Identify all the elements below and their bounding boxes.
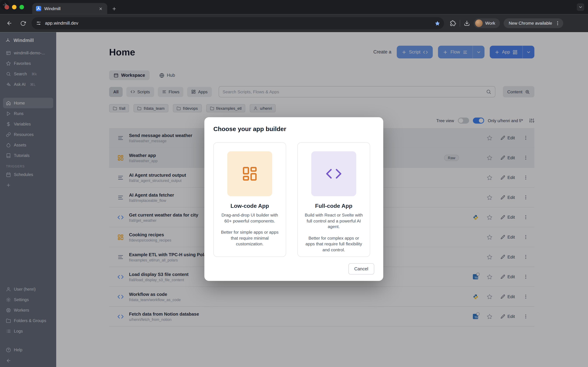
create-flow-button[interactable]: Flow: [438, 46, 484, 58]
browser-tab[interactable]: Windmill: [32, 3, 107, 14]
sidebar-item-help[interactable]: Help: [3, 344, 53, 355]
filter-apps[interactable]: Apps: [187, 87, 212, 97]
list-item[interactable]: Workflow as code f/data_team/workflow_as…: [109, 287, 535, 307]
row-menu-kebab-icon[interactable]: [523, 155, 528, 160]
content-search-button[interactable]: Content: [503, 86, 535, 97]
favorite-star-icon[interactable]: [487, 294, 493, 299]
search-input[interactable]: [223, 90, 483, 94]
bookmark-star-icon[interactable]: [435, 20, 440, 26]
edit-button[interactable]: Edit: [501, 235, 515, 239]
favorite-star-icon[interactable]: [487, 254, 493, 260]
edit-button[interactable]: Edit: [501, 215, 515, 219]
row-menu-kebab-icon[interactable]: [523, 175, 528, 180]
sidebar-item-assets[interactable]: Assets: [3, 140, 53, 150]
favorite-star-icon[interactable]: [487, 274, 493, 280]
filter-flows[interactable]: Flows: [158, 87, 183, 97]
item-title: Send message about weather: [129, 133, 192, 138]
row-menu-kebab-icon[interactable]: [523, 195, 528, 200]
profile-button[interactable]: Work: [474, 18, 500, 28]
folder-chip-f-examples-etl[interactable]: f/examples_etl: [206, 104, 245, 112]
sidebar-item-folders-groups[interactable]: Folders & Groups: [3, 315, 53, 326]
favorite-star-icon[interactable]: [487, 155, 493, 160]
only-owner-toggle[interactable]: [473, 118, 484, 124]
folder-chip-f-devops[interactable]: f/devops: [173, 104, 201, 112]
row-menu-kebab-icon[interactable]: [523, 234, 528, 240]
download-icon[interactable]: [464, 20, 470, 26]
toolbar-divider: [460, 20, 460, 27]
fullcode-option-card[interactable]: Full-code App Build with React or Svelte…: [297, 142, 370, 257]
tab-close-icon[interactable]: [97, 5, 104, 12]
sidebar-item-user-label: User (henri): [14, 287, 35, 291]
workspace-switcher[interactable]: windmill-demo-...: [3, 48, 53, 58]
create-flow-dropdown-button[interactable]: [472, 46, 484, 58]
sidebar-item-schedules[interactable]: Schedules: [3, 169, 53, 180]
edit-button[interactable]: Edit: [501, 175, 515, 180]
filter-settings-icon[interactable]: [529, 118, 535, 123]
arrow-left-icon: [6, 358, 11, 363]
sidebar-item-tutorials[interactable]: Tutorials: [3, 150, 53, 161]
favorite-star-icon[interactable]: [487, 214, 493, 220]
row-menu-kebab-icon[interactable]: [523, 274, 528, 279]
edit-button[interactable]: Edit: [501, 136, 515, 140]
maximize-window-button[interactable]: [19, 5, 24, 9]
favorite-star-icon[interactable]: [487, 175, 493, 180]
site-info-icon[interactable]: [36, 21, 41, 26]
tab-workspace[interactable]: Workspace: [109, 70, 150, 80]
back-button[interactable]: [5, 18, 14, 28]
create-app-button[interactable]: App: [490, 46, 535, 58]
sidebar-add-trigger-button[interactable]: [3, 180, 53, 190]
row-menu-kebab-icon[interactable]: [523, 314, 528, 319]
row-menu-kebab-icon[interactable]: [523, 254, 528, 259]
create-script-button[interactable]: Script: [397, 46, 433, 58]
tree-view-toggle[interactable]: [458, 118, 469, 124]
favorite-star-icon[interactable]: [487, 135, 493, 141]
row-menu-kebab-icon[interactable]: [523, 294, 528, 299]
sidebar-item-workers[interactable]: Workers: [3, 305, 53, 315]
sidebar-collapse-button[interactable]: [3, 355, 53, 363]
close-window-button[interactable]: [5, 5, 9, 9]
edit-button[interactable]: Edit: [501, 275, 515, 279]
favorite-star-icon[interactable]: [487, 194, 493, 200]
sidebar-item-home[interactable]: Home: [3, 98, 53, 108]
new-tab-button[interactable]: [110, 5, 118, 12]
favorite-star-icon[interactable]: [487, 314, 493, 319]
tree-view-label: Tree view: [436, 118, 454, 123]
sidebar-item-user[interactable]: User (henri): [3, 284, 53, 294]
item-title: Example ETL with TPC-H using Polars ...: [129, 252, 216, 257]
edit-button[interactable]: Edit: [501, 155, 515, 160]
tab-hub[interactable]: Hub: [155, 70, 180, 80]
tab-list-chevron-button[interactable]: [577, 3, 584, 11]
address-bar[interactable]: app.windmill.dev: [32, 17, 444, 29]
sidebar-item-ask-ai[interactable]: Ask AI⌘L: [3, 79, 53, 90]
refresh-button[interactable]: [18, 18, 28, 28]
sidebar-item-ask-ai-shortcut: ⌘L: [30, 82, 36, 86]
edit-button[interactable]: Edit: [501, 294, 515, 299]
sidebar-item-resources[interactable]: Resources: [3, 129, 53, 140]
extensions-puzzle-icon[interactable]: [450, 20, 456, 26]
minimize-window-button[interactable]: [12, 5, 17, 9]
edit-button[interactable]: Edit: [501, 255, 515, 259]
create-app-dropdown-button[interactable]: [522, 46, 535, 58]
sidebar-item-settings[interactable]: Settings: [3, 294, 53, 305]
list-item[interactable]: Fetch data from Notion database u/henri/…: [109, 307, 535, 327]
folder-chip-f-all[interactable]: f/all: [109, 104, 129, 112]
sidebar-item-variables[interactable]: Variables: [3, 119, 53, 129]
row-menu-kebab-icon[interactable]: [523, 135, 528, 141]
folder-chip-u-henri[interactable]: u/henri: [250, 104, 276, 112]
favorite-star-icon[interactable]: [487, 234, 493, 240]
sidebar-item-logs[interactable]: Logs: [3, 326, 53, 336]
bars-icon: [463, 50, 467, 55]
browser-menu-kebab-icon[interactable]: [555, 21, 560, 26]
sidebar-item-runs[interactable]: Runs: [3, 108, 53, 119]
edit-button[interactable]: Edit: [501, 314, 515, 319]
filter-scripts[interactable]: Scripts: [126, 87, 154, 97]
sidebar-item-search[interactable]: Search⌘k: [3, 68, 53, 79]
cancel-button[interactable]: Cancel: [348, 263, 374, 274]
chrome-update-chip[interactable]: New Chrome available: [503, 18, 563, 28]
lowcode-option-card[interactable]: Low-code App Drag-and-drop UI builder wi…: [213, 142, 286, 257]
edit-button[interactable]: Edit: [501, 195, 515, 200]
sidebar-item-favorites[interactable]: Favorites: [3, 58, 53, 68]
filter-all[interactable]: All: [109, 87, 123, 97]
row-menu-kebab-icon[interactable]: [523, 215, 528, 220]
folder-chip-f-data-team[interactable]: f/data_team: [134, 104, 168, 112]
